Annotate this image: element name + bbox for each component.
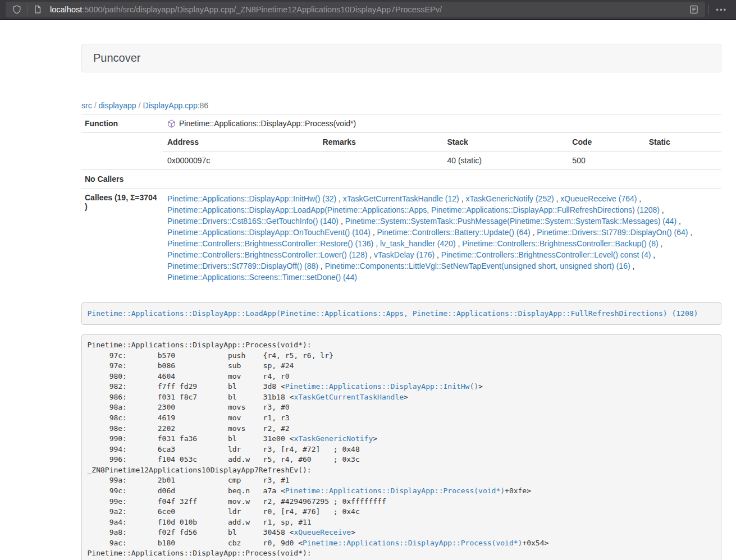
col-static: Static xyxy=(644,133,721,152)
callee-link[interactable]: xTaskGetCurrentTaskHandle (12) xyxy=(343,194,459,203)
col-address: Address xyxy=(163,133,318,152)
callee-link[interactable]: Pinetime::Drivers::Cst816S::GetTouchInfo… xyxy=(167,217,339,226)
url-text: localhost:5000/path/src/displayapp/Displ… xyxy=(50,5,687,14)
address-value: 0x0000097c xyxy=(163,152,318,170)
highlighted-symbol-link[interactable]: Pinetime::Applications::DisplayApp::Load… xyxy=(88,309,698,318)
asm-symbol-link[interactable]: xTaskGetCurrentTaskHandle xyxy=(294,393,404,401)
highlighted-symbol-box: Pinetime::Applications::DisplayApp::Load… xyxy=(81,302,721,325)
remarks-value xyxy=(318,152,443,170)
col-code: Code xyxy=(568,133,644,152)
callee-link[interactable]: Pinetime::Controllers::BrightnessControl… xyxy=(167,239,373,248)
callee-link[interactable]: lv_task_handler (420) xyxy=(380,239,456,248)
url-path: :5000/path/src/displayapp/DisplayApp.cpp… xyxy=(82,5,442,14)
cube-icon xyxy=(167,120,176,128)
breadcrumb-link[interactable]: DisplayApp.cpp xyxy=(143,101,197,110)
assembly-listing: Pinetime::Applications::DisplayApp::Proc… xyxy=(81,334,721,560)
col-stack: Stack xyxy=(442,133,568,152)
function-name: Pinetime::Applications::DisplayApp::Proc… xyxy=(179,119,356,128)
static-value xyxy=(644,152,721,170)
stack-value: 40 (static) xyxy=(442,152,568,170)
breadcrumb-line-number: :86 xyxy=(198,101,208,110)
callee-link[interactable]: Pinetime::Controllers::BrightnessControl… xyxy=(462,239,658,248)
breadcrumb-separator: / xyxy=(92,101,99,110)
callees-list: Pinetime::Applications::DisplayApp::Init… xyxy=(163,189,721,288)
table-row: Address Remarks Stack Code Static 0x0000… xyxy=(81,133,721,170)
function-name-cell: Pinetime::Applications::DisplayApp::Proc… xyxy=(167,119,717,128)
breadcrumb: src/displayapp/DisplayApp.cpp:86 xyxy=(81,101,721,110)
table-row: No Callers xyxy=(81,170,721,189)
callee-link[interactable]: Pinetime::Applications::Screens::Timer::… xyxy=(167,273,357,282)
callee-link[interactable]: Pinetime::System::SystemTask::PushMessag… xyxy=(345,217,677,226)
callee-link[interactable]: xQueueReceive (764) xyxy=(560,194,637,203)
breadcrumb-separator: / xyxy=(136,101,143,110)
metrics-value-row: 0x0000097c 40 (static) 500 xyxy=(163,152,721,170)
callee-link[interactable]: Pinetime::Applications::DisplayApp::Load… xyxy=(167,205,660,214)
callee-link[interactable]: Pinetime::Controllers::Battery::Update()… xyxy=(377,228,531,237)
metrics-header-row: Address Remarks Stack Code Static xyxy=(163,133,721,152)
callee-link[interactable]: Pinetime::Drivers::St7789::DisplayOff() … xyxy=(167,261,318,270)
callee-link[interactable]: Pinetime::Applications::DisplayApp::Init… xyxy=(167,194,336,203)
table-row: Function Pinetime::Applications::Display… xyxy=(81,114,721,133)
ellipsis-menu-icon[interactable]: ••• xyxy=(712,6,730,14)
breadcrumb-link[interactable]: displayapp xyxy=(99,101,136,110)
callee-link[interactable]: xTaskGenericNotify (252) xyxy=(465,194,554,203)
toolbar-divider xyxy=(708,4,709,15)
callee-link[interactable]: vTaskDelay (176) xyxy=(374,250,435,259)
app-title-panel: Puncover xyxy=(81,44,721,72)
page-content: Puncover src/displayapp/DisplayApp.cpp:8… xyxy=(81,44,721,560)
callee-link[interactable]: Pinetime::Applications::DisplayApp::OnTo… xyxy=(167,228,371,237)
function-metrics-table: Address Remarks Stack Code Static 0x0000… xyxy=(163,133,721,169)
url-host: localhost xyxy=(50,5,82,14)
browser-toolbar: localhost:5000/path/src/displayapp/Displ… xyxy=(0,0,736,20)
table-row: Callees (19, Σ=3704 ) Pinetime::Applicat… xyxy=(81,189,721,288)
symbol-table: Function Pinetime::Applications::Display… xyxy=(81,114,721,287)
col-remarks: Remarks xyxy=(318,133,443,152)
asm-symbol-link[interactable]: Pinetime::Applications::DisplayApp::Proc… xyxy=(303,539,522,547)
reader-mode-icon[interactable] xyxy=(687,3,701,16)
callee-link[interactable]: Pinetime::Drivers::St7789::DisplayOn() (… xyxy=(537,228,688,237)
callee-link[interactable]: Pinetime::Components::LittleVgl::SetNewT… xyxy=(325,261,630,270)
asm-symbol-link[interactable]: xQueueReceive xyxy=(294,528,351,536)
breadcrumb-link[interactable]: src xyxy=(81,101,92,110)
urlbar-divider xyxy=(27,4,28,15)
function-row-label: Function xyxy=(81,114,163,133)
asm-symbol-link[interactable]: xTaskGenericNotify xyxy=(294,434,373,443)
shield-icon[interactable] xyxy=(10,3,24,16)
url-bar[interactable]: localhost:5000/path/src/displayapp/Displ… xyxy=(6,2,705,17)
callees-label: Callees (19, Σ=3704 ) xyxy=(81,189,163,288)
code-value: 500 xyxy=(568,152,644,170)
page-icon[interactable] xyxy=(31,3,44,16)
asm-symbol-link[interactable]: Pinetime::Applications::DisplayApp::Init… xyxy=(285,382,478,391)
callee-link[interactable]: Pinetime::Controllers::BrightnessControl… xyxy=(441,250,651,259)
callee-link[interactable]: Pinetime::Controllers::BrightnessControl… xyxy=(167,250,367,259)
asm-symbol-link[interactable]: Pinetime::Applications::DisplayApp::Proc… xyxy=(285,486,505,495)
no-callers-label: No Callers xyxy=(81,170,163,189)
page-title: Puncover xyxy=(93,52,710,65)
